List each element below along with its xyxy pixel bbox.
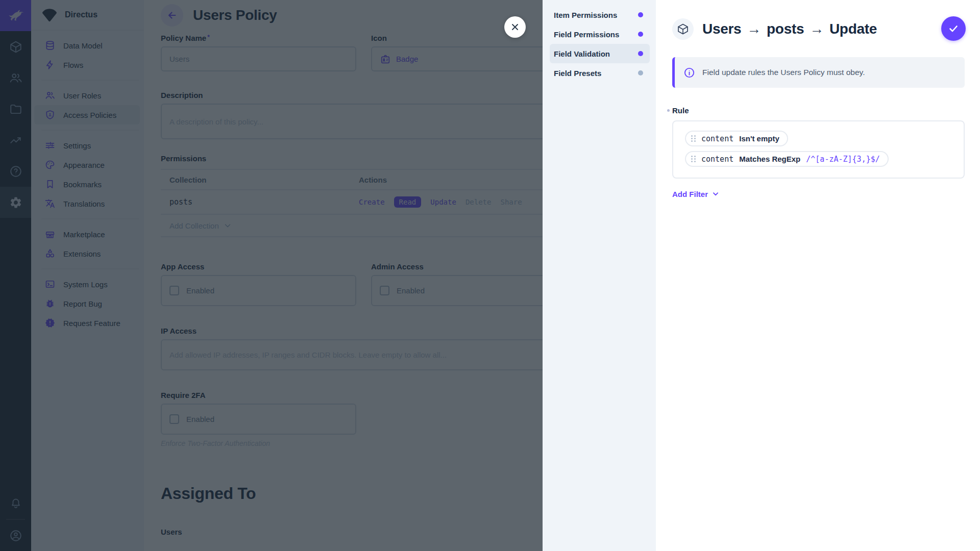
- drawer-title: Users → posts → Update: [702, 21, 877, 37]
- edited-dot: [667, 109, 670, 112]
- drawer-header-avatar: [672, 18, 694, 40]
- drawer-tab-item-permissions[interactable]: Item Permissions: [550, 5, 650, 24]
- filter-value[interactable]: /^[a-zA-Z]{3,}$/: [806, 155, 880, 164]
- status-dot: [638, 12, 643, 17]
- drawer-nav: Item Permissions Field Permissions Field…: [543, 0, 656, 551]
- close-drawer-button[interactable]: [504, 16, 526, 38]
- info-banner: Field update rules the Users Policy must…: [672, 57, 965, 88]
- filter-row: content Matches RegExp /^[a-zA-Z]{3,}$/: [685, 151, 889, 167]
- info-icon: [683, 67, 695, 79]
- drawer-tab-label: Field Presets: [554, 69, 601, 78]
- check-icon: [947, 22, 960, 35]
- filter-operator[interactable]: Matches RegExp: [739, 155, 800, 163]
- drawer-tab-field-validation[interactable]: Field Validation: [550, 44, 650, 63]
- drawer-tab-label: Field Permissions: [554, 30, 619, 39]
- drawer-main: Users → posts → Update Field update rule…: [656, 0, 980, 551]
- status-dot: [638, 70, 643, 76]
- drawer-tab-field-permissions[interactable]: Field Permissions: [550, 24, 650, 44]
- arrow-separator: →: [747, 21, 761, 37]
- info-banner-text: Field update rules the Users Policy must…: [702, 68, 865, 77]
- drawer-tab-field-presets[interactable]: Field Presets: [550, 63, 650, 83]
- close-icon: [510, 22, 520, 32]
- chevron-down-icon: [711, 189, 720, 198]
- drag-handle-icon[interactable]: [691, 135, 696, 142]
- modal-overlay[interactable]: [0, 0, 543, 551]
- drag-handle-icon[interactable]: [691, 156, 696, 162]
- filter-row: content Isn't empty: [685, 131, 788, 146]
- permissions-drawer: Item Permissions Field Permissions Field…: [543, 0, 980, 551]
- save-button[interactable]: [941, 16, 966, 41]
- status-dot: [638, 51, 643, 56]
- drawer-tab-label: Item Permissions: [554, 11, 617, 19]
- filter-field[interactable]: content: [701, 134, 733, 143]
- arrow-separator: →: [810, 21, 824, 37]
- filter-field[interactable]: content: [701, 155, 733, 164]
- add-filter-button[interactable]: Add Filter: [672, 189, 720, 198]
- drawer-tab-label: Field Validation: [554, 49, 610, 58]
- rule-filter-box: content Isn't empty content Matches RegE…: [672, 120, 965, 179]
- filter-operator[interactable]: Isn't empty: [739, 134, 779, 143]
- status-dot: [638, 32, 643, 37]
- rule-label: Rule: [672, 106, 965, 115]
- cube-icon: [677, 23, 689, 35]
